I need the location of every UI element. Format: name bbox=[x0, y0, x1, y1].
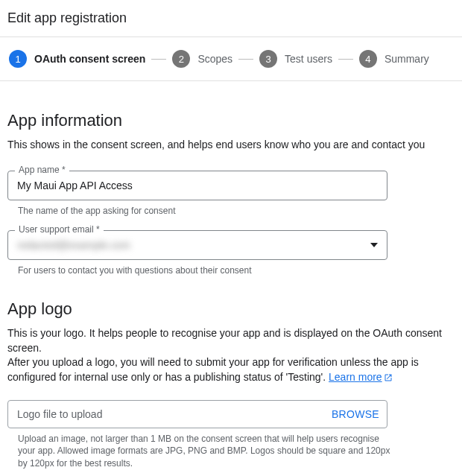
logo-upload-label: Logo file to upload bbox=[17, 408, 102, 420]
step-scopes[interactable]: 2 Scopes bbox=[172, 50, 232, 68]
support-email-label: User support email * bbox=[15, 224, 104, 235]
page-title: Edit app registration bbox=[0, 0, 462, 37]
support-email-select[interactable]: redacted@example.com bbox=[7, 230, 387, 260]
chevron-down-icon bbox=[370, 243, 378, 247]
step-separator bbox=[338, 59, 353, 60]
support-email-hint: For users to contact you with questions … bbox=[18, 264, 390, 277]
logo-upload-hint: Upload an image, not larger than 1 MB on… bbox=[18, 433, 390, 470]
app-name-field-wrapper: App name * bbox=[7, 171, 387, 200]
app-name-hint: The name of the app asking for consent bbox=[18, 205, 390, 218]
step-test-users[interactable]: 3 Test users bbox=[259, 50, 332, 68]
support-email-value: redacted@example.com bbox=[17, 239, 130, 251]
step-label: Test users bbox=[285, 53, 332, 65]
step-label: Summary bbox=[385, 53, 429, 65]
external-link-icon bbox=[384, 373, 393, 382]
step-number: 2 bbox=[172, 50, 190, 68]
step-oauth-consent[interactable]: 1 OAuth consent screen bbox=[9, 50, 145, 68]
learn-more-link[interactable]: Learn more bbox=[329, 371, 382, 383]
support-email-field-wrapper: User support email * redacted@example.co… bbox=[7, 230, 387, 260]
app-info-heading: App information bbox=[7, 111, 455, 130]
browse-button[interactable]: BROWSE bbox=[332, 408, 379, 420]
step-separator bbox=[238, 59, 253, 60]
app-logo-description: This is your logo. It helps people to re… bbox=[7, 326, 455, 384]
logo-upload-box: Logo file to upload BROWSE bbox=[7, 400, 387, 428]
step-label: Scopes bbox=[197, 53, 232, 65]
app-info-description: This shows in the consent screen, and he… bbox=[7, 138, 455, 153]
app-logo-heading: App logo bbox=[7, 299, 455, 319]
step-number: 4 bbox=[359, 50, 377, 68]
step-label: OAuth consent screen bbox=[34, 53, 145, 65]
app-logo-desc-line1: This is your logo. It helps people to re… bbox=[7, 327, 442, 354]
app-name-label: App name * bbox=[15, 165, 69, 175]
step-separator bbox=[151, 59, 166, 60]
step-summary[interactable]: 4 Summary bbox=[359, 50, 429, 68]
step-number: 1 bbox=[9, 50, 27, 68]
app-name-input[interactable] bbox=[7, 171, 387, 200]
step-number: 3 bbox=[259, 50, 277, 68]
stepper: 1 OAuth consent screen 2 Scopes 3 Test u… bbox=[0, 37, 462, 80]
